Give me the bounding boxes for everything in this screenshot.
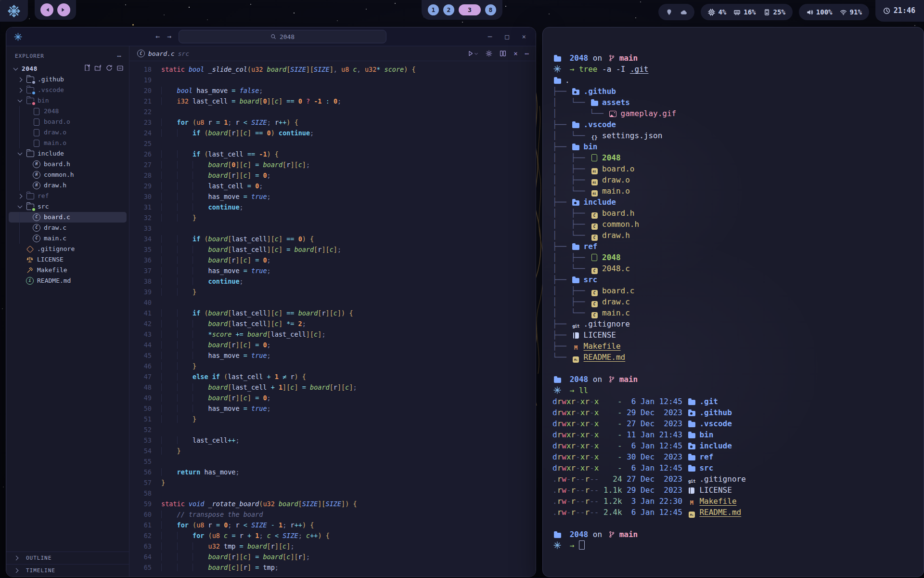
code-line-21[interactable]: 21 i32 last_cell = board[0][c] == 0 ? -1… xyxy=(129,96,536,106)
code-line-59[interactable]: 59static void _rotate_board(u32 board[SI… xyxy=(129,499,536,509)
code-line-48[interactable]: 48 board[last_cell + 1][c] = board[r][c]… xyxy=(129,382,536,393)
code-line-31[interactable]: 31 continue; xyxy=(129,202,536,212)
workspace-8[interactable]: 8 xyxy=(485,4,496,15)
code-line-49[interactable]: 49 board[r][c] = 0; xyxy=(129,393,536,403)
code-line-42[interactable]: 42 board[last_cell][c] *= 2; xyxy=(129,318,536,329)
code-line-62[interactable]: 62 for (u8 c = r + 1; c < SIZE; c++) { xyxy=(129,530,536,541)
code-line-47[interactable]: 47 else if (last_cell + 1 ≠ r) { xyxy=(129,371,536,382)
code-line-58[interactable]: 58 xyxy=(129,488,536,499)
tree-item-draw.o[interactable]: draw.o xyxy=(9,127,127,138)
run-button[interactable] xyxy=(467,50,478,57)
code-line-18[interactable]: 18static bool _slide_col(u32 board[SIZE]… xyxy=(129,64,536,75)
code-line-36[interactable]: 36 board[r][c] = 0; xyxy=(129,255,536,265)
tree-item-bin[interactable]: bin xyxy=(9,95,127,106)
code-line-60[interactable]: 60 // transpose the board xyxy=(129,509,536,520)
workspace-3[interactable]: 3 xyxy=(459,4,481,15)
code-line-27[interactable]: 27 board[0][c] = board[r][c]; xyxy=(129,159,536,170)
code-line-43[interactable]: 43 *score += board[last_cell][c]; xyxy=(129,329,536,340)
code-line-57[interactable]: 57} xyxy=(129,477,536,488)
code-line-39[interactable]: 39 } xyxy=(129,287,536,297)
code-line-55[interactable]: 55 xyxy=(129,456,536,467)
tree-item-include[interactable]: include xyxy=(9,148,127,159)
tree-item-.vscode[interactable]: .vscode xyxy=(9,85,127,95)
code-line-52[interactable]: 52 xyxy=(129,424,536,435)
panel-outline[interactable]: OUTLINE xyxy=(6,552,129,564)
tree-item-README.md[interactable]: iREADME.md xyxy=(9,276,127,286)
code-line-40[interactable]: 40 xyxy=(129,297,536,308)
code-line-50[interactable]: 50 has_move = true; xyxy=(129,403,536,414)
new-folder-button[interactable] xyxy=(94,64,101,74)
code-line-41[interactable]: 41 if (board[last_cell][c] == board[r][c… xyxy=(129,308,536,318)
tree-item-.gitignore[interactable]: .gitignore xyxy=(9,244,127,254)
code-line-25[interactable]: 25 xyxy=(129,138,536,149)
tree-item-src[interactable]: src xyxy=(9,201,127,212)
code-line-37[interactable]: 37 has_move = true; xyxy=(129,265,536,276)
code-line-33[interactable]: 33 xyxy=(129,223,536,234)
code-line-64[interactable]: 64 board[r][c] = board[c][r]; xyxy=(129,552,536,562)
code-line-53[interactable]: 53 last_cell++; xyxy=(129,435,536,446)
code-line-46[interactable]: 46 } xyxy=(129,361,536,371)
code-line-19[interactable]: 19 xyxy=(129,75,536,85)
code-line-20[interactable]: 20 bool has_move = false; xyxy=(129,85,536,96)
maximize-button[interactable]: □ xyxy=(505,33,509,40)
workspace-1[interactable]: 1 xyxy=(428,4,439,15)
command-center-search[interactable]: 2048 xyxy=(179,30,386,43)
launcher-button[interactable] xyxy=(0,0,28,22)
close-button[interactable]: × xyxy=(522,33,526,40)
split-editor-button[interactable] xyxy=(500,50,506,57)
code-line-23[interactable]: 23 for (u8 r = 1; r < SIZE; r++) { xyxy=(129,117,536,128)
nav-forward-button[interactable]: → xyxy=(167,32,171,41)
code-line-34[interactable]: 34 if (board[last_cell][c] == 0) { xyxy=(129,234,536,244)
code-line-54[interactable]: 54 } xyxy=(129,446,536,456)
weather-module[interactable] xyxy=(658,4,694,20)
vscode-titlebar[interactable]: ← → 2048 ─ □ × xyxy=(6,27,536,46)
tree-item-main.o[interactable]: main.o xyxy=(9,138,127,148)
tree-item-2048[interactable]: 2048 xyxy=(9,106,127,117)
tree-item-board.h[interactable]: Hboard.h xyxy=(9,159,127,170)
code-line-61[interactable]: 61 for (u8 r = 0; r < SIZE - 1; r++) { xyxy=(129,520,536,530)
explorer-more-button[interactable]: ⋯ xyxy=(117,52,121,60)
code-line-65[interactable]: 65 board[c][r] = tmp; xyxy=(129,562,536,573)
code-line-29[interactable]: 29 last_cell = 0; xyxy=(129,181,536,191)
settings-button[interactable] xyxy=(486,50,492,57)
system-stats-module[interactable]: 4% 16% 25% xyxy=(701,4,792,20)
nav-back-button[interactable]: ← xyxy=(155,32,160,41)
tree-item-board.o[interactable]: board.o xyxy=(9,117,127,127)
terminal-content[interactable]: 2048 on main → tree -a -I .git.├── .gith… xyxy=(543,27,924,551)
tree-item-draw.h[interactable]: Hdraw.h xyxy=(9,180,127,191)
collapse-folders-button[interactable] xyxy=(116,64,123,74)
tree-item-2048[interactable]: 2048 xyxy=(9,64,127,74)
panel-timeline[interactable]: TIMELINE xyxy=(6,564,129,577)
tree-item-board.c[interactable]: Cboard.c xyxy=(9,212,127,223)
code-line-51[interactable]: 51 } xyxy=(129,414,536,424)
code-line-30[interactable]: 30 has_move = true; xyxy=(129,191,536,202)
code-line-44[interactable]: 44 board[r][c] = 0; xyxy=(129,340,536,350)
workspace-2[interactable]: 2 xyxy=(443,4,454,15)
minimize-button[interactable]: ─ xyxy=(488,33,492,40)
code-line-26[interactable]: 26 if (last_cell == -1) { xyxy=(129,149,536,159)
tree-item-Makefile[interactable]: Makefile xyxy=(9,265,127,276)
new-file-button[interactable] xyxy=(83,64,90,74)
code-line-35[interactable]: 35 board[last_cell][c] = board[r][c]; xyxy=(129,244,536,255)
code-area[interactable]: 18static bool _slide_col(u32 board[SIZE]… xyxy=(129,61,536,573)
code-line-28[interactable]: 28 board[r][c] = 0; xyxy=(129,170,536,181)
tree-item-main.c[interactable]: Cmain.c xyxy=(9,233,127,244)
tree-item-draw.c[interactable]: Cdraw.c xyxy=(9,223,127,233)
editor-more-button[interactable]: ⋯ xyxy=(525,50,529,57)
code-line-56[interactable]: 56 return has_move; xyxy=(129,467,536,477)
tab-board.c[interactable]: C board.c src xyxy=(129,50,189,57)
clock-module[interactable]: 21:46 xyxy=(875,0,924,22)
tree-item-common.h[interactable]: Hcommon.h xyxy=(9,170,127,180)
code-line-63[interactable]: 63 u32 tmp = board[r][c]; xyxy=(129,541,536,552)
tree-item-.github[interactable]: .github xyxy=(9,74,127,85)
media-previous-button[interactable] xyxy=(40,3,53,16)
code-line-24[interactable]: 24 if (board[r][c] == 0) continue; xyxy=(129,128,536,138)
code-line-38[interactable]: 38 continue; xyxy=(129,276,536,287)
refresh-explorer-button[interactable] xyxy=(105,64,112,74)
code-line-32[interactable]: 32 } xyxy=(129,212,536,223)
tree-item-LICENSE[interactable]: LICENSE xyxy=(9,254,127,265)
tree-item-ref[interactable]: ref xyxy=(9,191,127,201)
code-line-22[interactable]: 22 xyxy=(129,106,536,117)
close-editor-button[interactable]: × xyxy=(513,50,517,57)
code-line-45[interactable]: 45 has_move = true; xyxy=(129,350,536,361)
